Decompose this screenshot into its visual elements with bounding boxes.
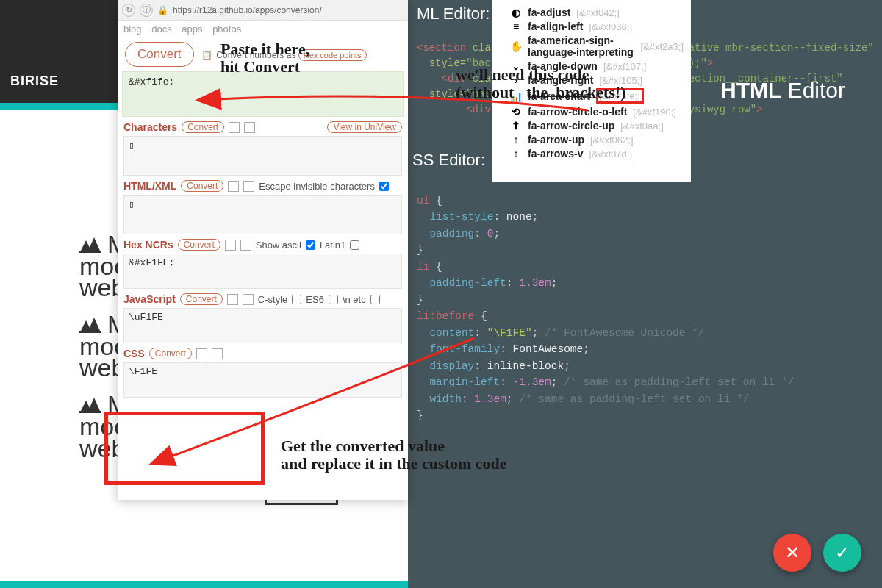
javascript-section: JavaScript Convert C-style ES6 \n etc \u… <box>118 289 408 343</box>
nav-photos[interactable]: photos <box>212 24 241 35</box>
hexncr-section: Hex NCRs Convert Show ascii Latin1 &#xF1… <box>118 234 408 289</box>
fa-item: ≡fa-align-left[&#xf036;] <box>510 21 684 32</box>
doc-icon[interactable] <box>243 294 254 305</box>
info-icon[interactable]: ⓘ <box>140 4 153 17</box>
htmlxml-convert-button[interactable]: Convert <box>181 180 223 192</box>
characters-output[interactable]: ▯ <box>123 136 402 176</box>
annotation-need-code: we'll need this code (without the bracke… <box>456 66 626 101</box>
showascii-checkbox[interactable] <box>306 240 315 250</box>
htmlxml-output[interactable]: ▯ <box>123 195 402 234</box>
netc-checkbox[interactable] <box>370 295 380 304</box>
confirm-button[interactable]: ✓ <box>823 534 861 572</box>
nav-apps[interactable]: apps <box>182 24 202 35</box>
lock-icon: 🔒 <box>157 5 168 15</box>
copy-icon[interactable] <box>227 294 238 305</box>
annotation-paste: Paste it here, hit Convert <box>220 40 309 76</box>
asl-icon: ✋ <box>510 40 522 52</box>
javascript-output[interactable]: \uF1FE <box>123 308 402 343</box>
fa-item: ⟲fa-arrow-circle-o-left[&#xf190;] <box>510 106 684 118</box>
arrows-v-icon: ↕ <box>510 148 522 159</box>
annotation-get-value: Get the converted value and replace it i… <box>281 437 507 473</box>
fa-item: ↕fa-arrows-v[&#xf07d;] <box>510 148 684 159</box>
align-left-icon: ≡ <box>510 21 522 32</box>
cstyle-checkbox[interactable] <box>292 295 301 304</box>
close-icon: ✕ <box>785 542 800 563</box>
nav-docs[interactable]: docs <box>151 24 171 35</box>
html-editor-brand: HTML Editor <box>720 78 845 103</box>
view-uniview-button[interactable]: View in UniView <box>327 121 402 133</box>
nav-blog[interactable]: blog <box>123 24 142 35</box>
hexncr-convert-button[interactable]: Convert <box>178 239 220 251</box>
css-convert-button[interactable]: Convert <box>149 348 192 359</box>
chart-icon <box>79 397 101 413</box>
characters-section: Characters Convert View in UniView ▯ <box>118 117 408 176</box>
copy-icon[interactable] <box>196 348 207 359</box>
converter-input[interactable]: &#xf1fe; <box>122 71 404 117</box>
arrow-up-icon: ↑ <box>510 134 522 146</box>
doc-icon[interactable] <box>240 240 251 251</box>
htmlxml-section: HTML/XML Convert Escape invisible charac… <box>118 176 408 234</box>
chart-icon <box>79 317 101 333</box>
arrow-circle-left-icon: ⟲ <box>510 106 522 118</box>
fa-item: ⬆fa-arrow-circle-up[&#xf0aa;] <box>510 120 684 132</box>
copy-icon[interactable] <box>229 122 240 133</box>
reload-icon[interactable]: ↻ <box>122 4 135 17</box>
nav-links: blog docs apps photos <box>118 21 408 37</box>
escape-invisible-checkbox[interactable] <box>379 182 389 191</box>
hexncr-output[interactable]: &#xF1FE; <box>123 254 402 289</box>
doc-icon[interactable] <box>244 122 255 133</box>
adjust-icon: ◐ <box>510 7 522 18</box>
characters-title: Characters <box>123 121 177 133</box>
javascript-title: JavaScript <box>123 293 176 305</box>
copy-icon[interactable] <box>228 181 239 192</box>
htmlxml-title: HTML/XML <box>123 180 176 192</box>
check-icon: ✓ <box>835 542 850 563</box>
annotation-box-css <box>104 412 265 485</box>
copy-icon[interactable] <box>225 240 236 251</box>
css-title: CSS <box>123 348 145 359</box>
css-section: CSS Convert \F1FE <box>118 343 408 398</box>
arrow-circle-up-icon: ⬆ <box>510 120 522 132</box>
hexncr-title: Hex NCRs <box>123 239 173 251</box>
url-text[interactable]: https://r12a.github.io/apps/conversion/ <box>173 5 404 15</box>
css-output[interactable]: \F1FE <box>123 362 402 398</box>
cancel-button[interactable]: ✕ <box>773 534 811 572</box>
url-bar: ↻ ⓘ 🔒 https://r12a.github.io/apps/conver… <box>118 0 408 21</box>
fa-item: ◐fa-adjust[&#xf042;] <box>510 7 684 18</box>
chart-icon <box>79 237 101 253</box>
doc-icon[interactable] <box>243 181 254 192</box>
copy-icon[interactable]: 📋 <box>201 50 212 60</box>
css-code[interactable]: ul { list-style: none; padding: 0; } li … <box>417 193 794 424</box>
es6-checkbox[interactable] <box>329 295 338 304</box>
fa-item: ↑fa-arrow-up[&#xf062;] <box>510 134 684 146</box>
fa-item: ✋fa-american-sign-language-interpreting[… <box>510 35 684 58</box>
brand-label: BIRISE <box>0 66 69 96</box>
latin1-checkbox[interactable] <box>350 240 359 250</box>
characters-convert-button[interactable]: Convert <box>182 121 224 133</box>
css-editor-label: SS Editor: <box>412 151 485 170</box>
javascript-convert-button[interactable]: Convert <box>180 293 223 305</box>
convert-button[interactable]: Convert <box>125 42 194 67</box>
doc-icon[interactable] <box>212 348 223 359</box>
